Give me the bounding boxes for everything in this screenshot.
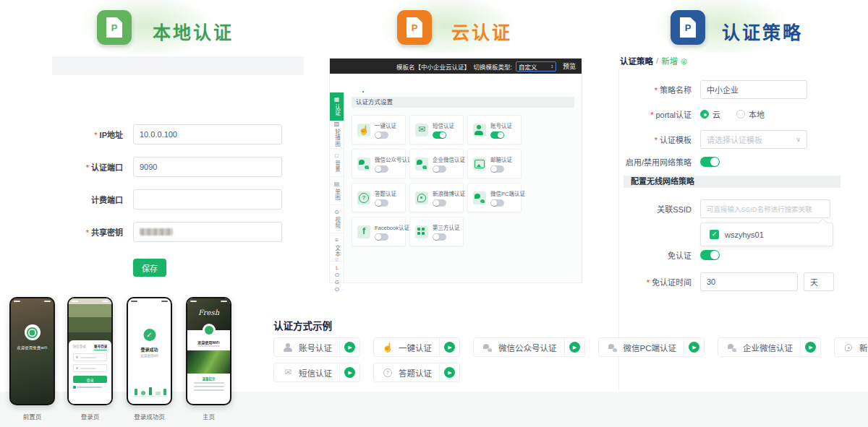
free-auth-toggle[interactable] — [700, 250, 720, 260]
editor-content: 认证方式设置 一键认证 短信认证 — [344, 92, 582, 282]
editor-page-tab[interactable] — [385, 74, 399, 92]
radio-icon — [700, 110, 709, 118]
checkbox-checked-icon[interactable]: ✓ — [710, 230, 719, 239]
example-method-label: 账号认证 — [299, 342, 339, 353]
method-toggle[interactable] — [433, 131, 446, 139]
cloud-template-editor: 模板名【中小企业云认证】 切换模板类型: 自定义 ↕ 预览 ▦ 认证 ▧ 轮播图… — [329, 58, 582, 283]
method-toggle[interactable] — [375, 131, 388, 139]
play-demo-button[interactable]: ▶ — [689, 342, 699, 353]
method-toggle[interactable] — [490, 165, 504, 173]
free-time-row: 免认证时间 30 天 — [619, 272, 834, 291]
login-tab-sms: 短信登录 — [73, 344, 86, 350]
method-icon — [415, 158, 428, 171]
example-pill[interactable]: 企业微信认证 ▶ — [718, 337, 821, 357]
field-input[interactable]: 9090 — [133, 157, 282, 177]
editor-page-tab[interactable] — [356, 74, 370, 92]
method-toggle[interactable] — [490, 131, 504, 139]
method-toggle[interactable] — [433, 233, 446, 241]
example-pill[interactable]: 短信认证 ▶ — [273, 363, 360, 382]
template-type-select[interactable]: 自定义 ↕ — [516, 61, 556, 72]
example-method-icon — [726, 342, 738, 353]
breadcrumb-root[interactable]: 认证策略 — [620, 55, 653, 66]
method-toggle[interactable] — [375, 165, 388, 173]
local-auth-icon: P — [97, 10, 132, 45]
local-tab[interactable] — [29, 56, 52, 75]
statusbar — [72, 301, 109, 302]
example-pill[interactable]: 账号认证 ▶ — [273, 337, 360, 357]
play-demo-button[interactable]: ▶ — [805, 342, 816, 353]
template-name: 模板名【中小企业云认证】 — [396, 62, 470, 71]
radio-icon — [736, 110, 745, 118]
login-tab-account: 账号登录 — [94, 344, 107, 350]
editor-page-tab[interactable] — [341, 74, 356, 92]
phone-mockup-login: 短信登录 账号登录 登录 — [67, 297, 113, 405]
auth-methods-section-title: 认证方式设置 — [352, 97, 574, 108]
editor-page-tab[interactable] — [370, 74, 385, 92]
method-toggle[interactable] — [375, 199, 388, 207]
sidebar-item[interactable]: ▤ 单图 — [330, 177, 344, 205]
sidebar-item[interactable]: ⊙ 视频 — [330, 205, 344, 233]
example-pill[interactable]: 微信PC端认证 ▶ — [598, 337, 705, 357]
field-input[interactable]: 10.0.0.100 — [133, 124, 282, 145]
method-label: 账号认证 — [490, 121, 512, 129]
sidebar-item-icon: ⊙ — [334, 210, 339, 215]
login-banner-photo — [69, 298, 111, 345]
login-password-field — [73, 364, 107, 372]
method-icon — [357, 191, 370, 204]
example-pill[interactable]: 微信公众号认证 ▶ — [473, 337, 585, 357]
portal-radio-option[interactable]: 本地 — [736, 108, 765, 120]
portal-radio-option[interactable]: 云 — [700, 108, 720, 120]
method-toggle[interactable] — [433, 165, 446, 173]
examples-row-1: 账号认证 ▶ 一键认证 ▶ 微信公众号认证 ▶ 微信PC端认证 ▶ 企业 — [273, 337, 868, 357]
method-icon — [415, 225, 428, 238]
preview-button[interactable]: 预览 — [563, 61, 576, 71]
portal-logo — [25, 324, 41, 340]
auth-template-label: 认证模板 — [619, 134, 692, 145]
phone-caption: 前置页 — [8, 412, 56, 420]
ssid-label: 关联SSID — [619, 203, 692, 215]
method-toggle[interactable] — [490, 199, 504, 207]
phone-caption: 主页 — [184, 412, 233, 420]
form-field-row: 计费端口 — [29, 189, 282, 210]
play-demo-button[interactable]: ▶ — [344, 367, 355, 378]
success-illustration — [132, 377, 167, 397]
cloud-auth-title: 云认证 — [451, 18, 512, 44]
login-button: 登录 — [73, 376, 107, 383]
method-toggle[interactable] — [375, 233, 388, 241]
example-pill[interactable]: 答题认证 ▶ — [373, 363, 460, 382]
document-p-glyph: P — [407, 17, 422, 38]
sidebar-item-label: 文本 — [334, 245, 340, 257]
phone-caption: 登录页 — [66, 412, 114, 420]
local-tab[interactable] — [52, 56, 75, 75]
auth-policy-icon: P — [671, 10, 705, 45]
sidebar-item[interactable]: □ 背景 — [330, 149, 344, 177]
free-time-unit-select[interactable]: 天 — [804, 272, 834, 291]
play-demo-button[interactable]: ▶ — [444, 342, 455, 353]
play-demo-button[interactable]: ▶ — [569, 342, 580, 353]
example-pill[interactable]: 新浪微博认证 ▶ — [834, 337, 868, 357]
field-input[interactable] — [133, 189, 282, 210]
sidebar-item[interactable]: ☆ LOGO — [330, 262, 344, 290]
method-icon — [415, 124, 428, 137]
method-toggle[interactable] — [433, 199, 446, 207]
free-auth-label: 免认证 — [619, 249, 692, 261]
method-icon — [357, 225, 370, 238]
play-demo-button[interactable]: ▶ — [344, 342, 355, 353]
ssid-input[interactable]: 可直接输入SSID名称进行搜索关联 — [700, 199, 830, 218]
save-button[interactable]: 保存 — [133, 259, 166, 277]
field-input[interactable] — [133, 222, 282, 242]
free-time-input[interactable]: 30 — [700, 272, 798, 291]
example-pill[interactable]: 一键认证 ▶ — [373, 337, 460, 357]
enable-policy-toggle[interactable] — [700, 157, 720, 167]
sidebar-item[interactable]: ▦ 认证 — [330, 92, 344, 121]
sidebar-item[interactable]: ▧ 轮播图 — [330, 121, 344, 149]
play-demo-button[interactable]: ▶ — [444, 367, 455, 378]
success-subtitle: 欢迎使用wifi — [128, 353, 171, 358]
examples-title: 认证方式示例 — [273, 318, 332, 332]
method-label: 答题认证 — [375, 189, 396, 197]
ssid-option[interactable]: wszyhys01 — [725, 230, 764, 239]
policy-name-input[interactable]: 中小企业 — [700, 80, 807, 99]
sidebar-item-label: 单图 — [334, 189, 340, 201]
method-icon — [473, 191, 486, 204]
auth-template-select[interactable]: 请选择认证模板 ∨ — [700, 130, 807, 149]
